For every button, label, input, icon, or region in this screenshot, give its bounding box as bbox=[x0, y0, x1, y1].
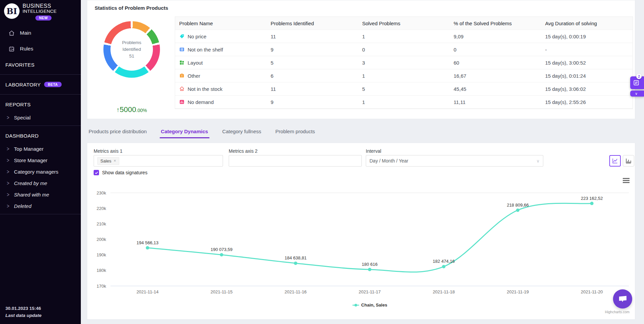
column-header: Problems Identified bbox=[267, 17, 358, 30]
line-chart-toggle-button[interactable] bbox=[609, 155, 621, 167]
stock-icon bbox=[179, 86, 185, 92]
sidebar-item-special[interactable]: >Special bbox=[0, 112, 81, 123]
data-label: 180 616 bbox=[362, 262, 378, 267]
y-axis-tick: 220k bbox=[97, 206, 106, 211]
y-axis-tick: 230k bbox=[97, 190, 106, 195]
highcharts-credit[interactable]: Highcharts.com bbox=[605, 310, 630, 314]
app-logo[interactable]: BI BUSINESS INTELLIGENCE NEW bbox=[0, 0, 81, 21]
table-header-row: Problem NameProblems IdentifiedSolved Pr… bbox=[175, 17, 633, 30]
statistics-title: Statistics of Problem Products bbox=[95, 5, 168, 11]
sidebar-section-favorites[interactable]: FAVORITES bbox=[0, 57, 81, 72]
x-axis-tick: 2021-11-20 bbox=[581, 289, 603, 294]
layout-icon bbox=[179, 60, 185, 65]
chevron-down-icon: ∨ bbox=[536, 158, 540, 164]
column-header: Solved Problems bbox=[358, 17, 450, 30]
data-point[interactable] bbox=[516, 209, 519, 212]
solved-cell: 1 bbox=[358, 96, 450, 108]
growth-indicator: ↑5000.00% bbox=[103, 105, 160, 114]
data-point[interactable] bbox=[146, 246, 149, 250]
sidebar-section-reports[interactable]: REPORTS bbox=[0, 97, 81, 112]
data-point[interactable] bbox=[294, 261, 297, 265]
bar-chart-toggle-button[interactable] bbox=[623, 155, 634, 167]
column-header: Problem Name bbox=[175, 17, 267, 30]
y-axis-tick: 180k bbox=[97, 268, 106, 273]
logo-line2: INTELLIGENCE bbox=[23, 9, 57, 14]
chat-widget-button[interactable] bbox=[613, 289, 632, 309]
line-chart: 170k180k190k200k210k220k230k194 566,1320… bbox=[87, 187, 636, 302]
data-label: 184 638,81 bbox=[285, 255, 307, 260]
new-badge: NEW bbox=[35, 15, 52, 21]
sidebar-section-laboratory[interactable]: LABORATORYBETA bbox=[0, 77, 81, 92]
line-chart-icon bbox=[612, 157, 618, 164]
chevron-right-icon: > bbox=[7, 169, 9, 175]
sidebar-item-created-by-me[interactable]: >Created by me bbox=[0, 178, 81, 189]
last-update-timestamp: 30.01.2023 15:46 bbox=[5, 305, 41, 312]
sidebar-item-deleted[interactable]: >Deleted bbox=[0, 201, 81, 212]
y-axis-tick: 170k bbox=[97, 284, 106, 289]
donut-ring[interactable]: Problems Identified 51 bbox=[103, 21, 160, 78]
chevron-right-icon: > bbox=[7, 203, 9, 210]
problem-name-cell: No demand bbox=[175, 96, 267, 108]
home-icon bbox=[8, 30, 15, 36]
solved-cell: 1 bbox=[358, 69, 450, 82]
duration-cell: 15 day(s), 0:01:24 bbox=[541, 69, 633, 82]
sidebar-divider bbox=[0, 214, 81, 214]
sidebar-item-category-managers[interactable]: >Category managers bbox=[0, 166, 81, 178]
y-axis-tick: 200k bbox=[97, 237, 106, 242]
solved-cell: 3 bbox=[358, 56, 450, 69]
table-body: No price1119,0915 day(s), 0:00:19Not on … bbox=[175, 30, 633, 109]
logo-bi-icon: BI bbox=[4, 3, 20, 19]
identified-cell: 11 bbox=[267, 82, 358, 95]
statistics-card: Statistics of Problem Products Problems … bbox=[87, 0, 635, 119]
sidebar-item-rules[interactable]: Rules bbox=[0, 41, 81, 57]
metrics-axis1-input[interactable]: Sales × bbox=[94, 155, 223, 167]
duration-cell: 15 day(s), 3:00:52 bbox=[541, 56, 633, 69]
legend-marker-icon bbox=[352, 303, 359, 307]
data-label: 218 809,66 bbox=[507, 203, 529, 208]
chip-remove-icon[interactable]: × bbox=[114, 158, 116, 163]
percent-cell: 11,11 bbox=[450, 96, 541, 108]
data-point[interactable] bbox=[590, 202, 593, 205]
table-row[interactable]: No demand9111,1115 day(s), 2:55:26 bbox=[175, 96, 633, 109]
table-row[interactable]: Not in the stock11545,4515 day(s), 3:06:… bbox=[175, 82, 633, 96]
duration-cell: 15 day(s), 3:06:02 bbox=[541, 82, 633, 95]
metrics-axis2-input[interactable] bbox=[229, 155, 362, 167]
sidebar-divider bbox=[0, 125, 81, 126]
metrics-axis1-label: Metrics axis 1 bbox=[94, 148, 123, 154]
sidebar-item-main[interactable]: Main bbox=[0, 25, 81, 41]
sidebar-item-shared-with-me[interactable]: >Shared with me bbox=[0, 189, 81, 201]
metric-chip-sales[interactable]: Sales × bbox=[97, 157, 119, 165]
sidebar-item-store-manager[interactable]: >Store Manager bbox=[0, 155, 81, 166]
tab-category-fullness[interactable]: Category fullness bbox=[222, 129, 261, 138]
legend-chain-sales[interactable]: Chain, Sales bbox=[352, 302, 387, 308]
sidebar-section-dashboard[interactable]: DASHBOARD bbox=[0, 128, 81, 143]
problem-name-cell: Not in the stock bbox=[175, 82, 267, 95]
x-axis-tick: 2021-11-14 bbox=[136, 289, 159, 294]
table-row[interactable]: Other6116,6715 day(s), 0:01:24 bbox=[175, 69, 633, 82]
column-header: % of the Solved Problems bbox=[450, 17, 541, 30]
data-point[interactable] bbox=[368, 268, 372, 271]
data-label: 223 162,52 bbox=[581, 196, 603, 201]
side-panel-collapse-button[interactable]: ∨ bbox=[630, 91, 644, 97]
tab-category-dynamics[interactable]: Category Dynamics bbox=[161, 129, 208, 138]
tab-problem-products[interactable]: Problem products bbox=[276, 129, 315, 138]
data-point[interactable] bbox=[442, 265, 445, 268]
sidebar-item-top-manager[interactable]: >Top Manager bbox=[0, 143, 81, 155]
duration-cell: - bbox=[541, 43, 633, 56]
solved-cell: 5 bbox=[358, 82, 450, 95]
interval-select[interactable]: Day / Month / Year ∨ bbox=[366, 155, 543, 167]
interval-label: Interval bbox=[366, 148, 381, 154]
last-update: 30.01.2023 15:46 Last data update bbox=[5, 305, 41, 319]
show-data-signatures-checkbox[interactable]: Show data signatures bbox=[94, 170, 148, 175]
problem-name-cell: Layout bbox=[175, 56, 267, 69]
table-row[interactable]: No price1119,0915 day(s), 0:00:19 bbox=[175, 30, 633, 43]
tab-products-price-distribution[interactable]: Products price distribution bbox=[89, 129, 147, 138]
other-icon bbox=[179, 73, 185, 78]
tag-icon bbox=[179, 34, 185, 39]
y-axis-tick: 210k bbox=[97, 221, 106, 226]
data-point[interactable] bbox=[220, 253, 223, 256]
chart-context-menu-icon[interactable] bbox=[623, 178, 630, 184]
table-row[interactable]: Not on the shelf900- bbox=[175, 43, 633, 56]
sidebar-sections: FAVORITESLABORATORYBETAREPORTS>SpecialDA… bbox=[0, 57, 81, 214]
table-row[interactable]: Layout536015 day(s), 3:00:52 bbox=[175, 56, 633, 69]
